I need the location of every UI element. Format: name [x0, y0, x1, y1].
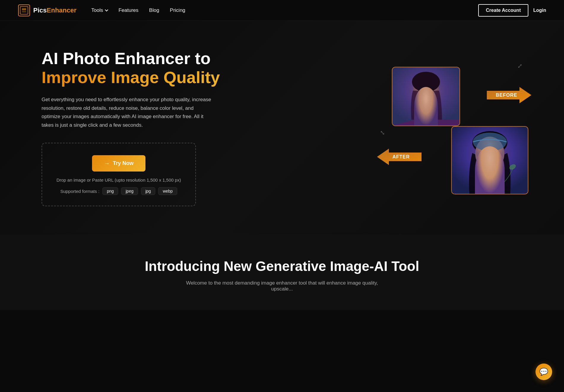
logo-text: PicsEnhancer	[33, 7, 77, 14]
hero-illustration: ⤢ ⤡ ⤢	[380, 61, 528, 194]
nav-item-tools[interactable]: Tools	[91, 7, 108, 13]
before-image	[392, 67, 460, 126]
nav-left: PicsEnhancer Tools Features Blog	[18, 4, 185, 17]
hero-section: AI Photo Enhancer to Improve Image Quali…	[0, 21, 564, 234]
resize-icon-mid-left: ⤡	[380, 129, 385, 136]
nav-item-blog[interactable]: Blog	[149, 7, 159, 13]
nav-link-features[interactable]: Features	[118, 7, 138, 13]
nav-link-blog[interactable]: Blog	[149, 7, 159, 13]
resize-icon-top-right: ⤢	[517, 62, 522, 69]
after-card	[451, 126, 528, 194]
chat-bubble-button[interactable]: 💬	[536, 364, 552, 380]
navbar: PicsEnhancer Tools Features Blog	[0, 0, 564, 21]
hero-description: Get everything you need to effortlessly …	[42, 96, 214, 130]
svg-point-4	[412, 72, 440, 92]
svg-point-6	[428, 89, 432, 92]
svg-point-5	[419, 89, 424, 92]
svg-point-15	[482, 152, 487, 156]
section2-description: Welcome to the most demanding image enha…	[178, 280, 386, 292]
svg-point-14	[473, 133, 507, 151]
format-badge-jpeg: jpeg	[121, 187, 138, 195]
svg-point-16	[492, 152, 498, 156]
nav-item-pricing[interactable]: Pricing	[170, 7, 185, 13]
after-arrow: AFTER	[377, 149, 422, 166]
section2: Introducing New Generative Image-AI Tool…	[0, 234, 564, 310]
svg-point-20	[494, 155, 503, 161]
nav-right: Create Account Login	[478, 4, 546, 17]
arrow-right-icon: →	[104, 160, 110, 167]
formats-row: Supported formats : png jpeg jpg webp	[51, 187, 186, 195]
svg-text:AFTER: AFTER	[392, 154, 410, 159]
before-arrow: BEFORE	[487, 87, 531, 103]
login-button[interactable]: Login	[533, 8, 546, 13]
logo-icon	[18, 4, 30, 17]
before-card	[392, 67, 460, 126]
after-image	[452, 127, 528, 194]
before-arrow-svg: BEFORE	[487, 87, 531, 103]
svg-point-8	[430, 89, 432, 91]
svg-rect-1	[20, 7, 28, 14]
format-badge-webp: webp	[158, 187, 177, 195]
svg-point-7	[421, 89, 423, 91]
nav-link-pricing[interactable]: Pricing	[170, 7, 185, 13]
try-now-button[interactable]: → Try Now	[92, 155, 145, 172]
create-account-button[interactable]: Create Account	[478, 4, 529, 17]
svg-point-17	[484, 153, 486, 154]
svg-point-19	[477, 155, 485, 161]
nav-link-tools[interactable]: Tools	[91, 7, 108, 13]
after-portrait-svg	[452, 127, 528, 194]
chevron-down-icon	[105, 8, 108, 11]
upload-hint: Drop an image or Paste URL (upto resolut…	[51, 177, 186, 182]
nav-item-features[interactable]: Features	[118, 7, 138, 13]
format-badge-png: png	[102, 187, 118, 195]
svg-point-18	[494, 153, 497, 154]
svg-text:BEFORE: BEFORE	[496, 93, 517, 98]
format-badge-jpg: jpg	[141, 187, 156, 195]
logo[interactable]: PicsEnhancer	[18, 4, 77, 17]
after-arrow-svg: AFTER	[377, 149, 422, 165]
before-portrait-svg	[392, 67, 460, 126]
hero-left: AI Photo Enhancer to Improve Image Quali…	[42, 49, 220, 206]
section2-title: Introducing New Generative Image-AI Tool	[18, 258, 546, 274]
hero-title: AI Photo Enhancer to Improve Image Quali…	[42, 49, 220, 87]
upload-box[interactable]: → Try Now Drop an image or Paste URL (up…	[42, 143, 196, 206]
nav-links: Tools Features Blog Pricing	[91, 7, 186, 13]
formats-label: Supported formats :	[60, 189, 99, 194]
chat-icon: 💬	[539, 368, 548, 376]
